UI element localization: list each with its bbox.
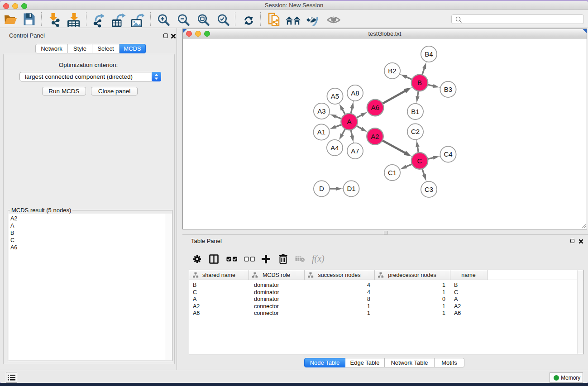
svg-text:C: C [417,157,422,165]
svg-text:C1: C1 [388,169,397,176]
svg-text:C4: C4 [444,150,452,158]
svg-text:D: D [319,185,324,192]
svg-text:A2: A2 [371,133,379,140]
svg-text:B4: B4 [425,50,433,58]
svg-text:B2: B2 [388,67,396,75]
svg-text:A: A [347,118,351,125]
svg-text:A7: A7 [351,147,359,155]
svg-text:A8: A8 [351,89,359,97]
svg-text:A5: A5 [331,92,339,100]
svg-text:C3: C3 [425,186,433,193]
svg-text:A1: A1 [317,128,325,136]
svg-text:A6: A6 [371,104,379,111]
svg-text:B1: B1 [411,108,419,115]
svg-text:B: B [417,79,422,86]
svg-text:A4: A4 [330,144,339,152]
svg-text:A3: A3 [317,107,325,115]
svg-text:B3: B3 [444,86,452,93]
svg-text:D1: D1 [347,185,355,192]
svg-text:C2: C2 [411,128,420,135]
